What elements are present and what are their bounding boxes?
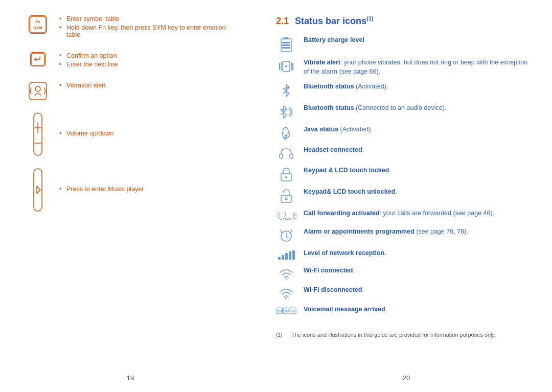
- svg-rect-37: [278, 257, 281, 260]
- wifi-connected-icon: [276, 266, 296, 280]
- sym-item-1: Enter symbol table: [59, 15, 240, 22]
- call-forwarding-icon: [276, 209, 296, 221]
- battery-icon: [276, 36, 296, 52]
- java-item: Java status (Activated).: [276, 125, 532, 140]
- footnote-section: (1) The icons and illustrations in this …: [276, 326, 532, 339]
- network-icon: [276, 249, 296, 260]
- keypad-unlocked-text: Keypad& LCD touch unlocked.: [304, 188, 397, 197]
- bluetooth-activated-icon: [276, 82, 296, 98]
- vibrate-icon: [276, 58, 296, 74]
- sym-key-desc: Enter symbol table Hold down Fn key, the…: [59, 15, 240, 40]
- svg-rect-0: [30, 16, 46, 33]
- sym-key-icon: Fn SYM: [26, 15, 50, 34]
- svg-point-22: [285, 65, 287, 67]
- svg-rect-41: [292, 250, 295, 260]
- svg-line-36: [286, 236, 288, 238]
- svg-point-42: [286, 279, 287, 280]
- sym-item-2: Hold down Fn key, then press SYM key to …: [59, 24, 240, 38]
- bluetooth-activated-item: Bluetooth status (Activated).: [276, 82, 532, 98]
- svg-text:VM: VM: [277, 309, 282, 313]
- svg-rect-14: [282, 42, 290, 43]
- volume-key-icon: [26, 112, 50, 156]
- wifi-disconnected-text: Wi-Fi disconnected.: [304, 286, 364, 295]
- enter-item-2: Enter the next line: [59, 61, 118, 68]
- volume-key-section: Volume up/down: [26, 112, 240, 156]
- section-number: 2.1: [276, 16, 289, 27]
- keypad-locked-icon: [276, 166, 296, 181]
- music-key-desc: Press to enter Music player: [59, 186, 144, 194]
- alarm-icon: [276, 227, 296, 243]
- svg-point-43: [286, 298, 287, 299]
- call-forwarding-text: Call forwarding activated: your calls ar…: [304, 209, 494, 218]
- vibrate-item: Vibrate alert: your phone vibrates, but …: [276, 58, 532, 76]
- alarm-text: Alarm or appointments programmed (see pa…: [304, 227, 468, 237]
- wifi-disconnected-icon: [276, 286, 296, 299]
- java-text: Java status (Activated).: [304, 125, 373, 134]
- sym-key-section: Fn SYM Enter symbol table Hold down Fn k…: [26, 15, 240, 40]
- svg-text:VM: VM: [291, 310, 295, 313]
- network-text: Level of network reception.: [304, 249, 386, 258]
- voicemail-text: Voicemail message arrived.: [304, 305, 387, 314]
- section-title: Status bar icons(1): [295, 15, 374, 27]
- svg-rect-40: [289, 251, 291, 260]
- enter-key-visual: [30, 52, 45, 66]
- svg-rect-29: [281, 195, 291, 202]
- enter-key-desc: Confirm an option Enter the next line: [59, 52, 118, 70]
- svg-text:Fn: Fn: [36, 20, 40, 24]
- wifi-connected-item: Wi-Fi connected.: [276, 266, 532, 280]
- right-column: 2.1 Status bar icons(1) Battery charge l…: [261, 0, 552, 392]
- svg-rect-13: [284, 37, 288, 39]
- keypad-locked-item: Keypad & LCD touch locked.: [276, 166, 532, 181]
- footnote-marker: (1): [276, 331, 282, 339]
- music-key-section: Press to enter Music player: [26, 168, 240, 212]
- svg-rect-6: [34, 113, 42, 155]
- footnote-text: (1) The icons and illustrations in this …: [276, 331, 532, 339]
- music-item-1: Press to enter Music player: [59, 186, 144, 193]
- voicemail-item: VM VM VM Voicemail message arrived.: [276, 305, 532, 315]
- svg-rect-4: [29, 82, 47, 100]
- vibrate-text: Vibrate alert: your phone vibrates, but …: [304, 58, 532, 76]
- svg-point-30: [285, 198, 287, 200]
- headset-item: Headset connected.: [276, 146, 532, 160]
- svg-point-5: [35, 86, 40, 91]
- svg-text:SYM: SYM: [33, 26, 42, 30]
- call-forwarding-item: Call forwarding activated: your calls ar…: [276, 209, 532, 221]
- volume-key-desc: Volume up/down: [59, 130, 113, 139]
- vibration-key-desc: Vibration alert: [59, 82, 106, 90]
- section-superscript: (1): [366, 15, 373, 21]
- svg-rect-38: [282, 255, 284, 260]
- sym-key-visual: Fn SYM: [29, 15, 47, 34]
- svg-point-28: [285, 176, 287, 178]
- keypad-unlocked-item: Keypad& LCD touch unlocked.: [276, 188, 532, 203]
- bluetooth-audio-item: Bluetooth status (Connected to an audio …: [276, 104, 532, 119]
- bluetooth-audio-text: Bluetooth status (Connected to an audio …: [304, 104, 446, 113]
- page: Fn SYM Enter symbol table Hold down Fn k…: [0, 0, 552, 392]
- svg-rect-16: [282, 47, 290, 49]
- music-key-icon: [26, 168, 50, 212]
- left-page-num: 19: [127, 374, 134, 382]
- enter-key-icon: [26, 52, 50, 66]
- section-header: 2.1 Status bar icons(1): [276, 15, 532, 27]
- battery-text: Battery charge level: [304, 36, 364, 45]
- headset-icon: [276, 146, 296, 160]
- svg-rect-25: [280, 154, 283, 158]
- svg-rect-26: [290, 154, 293, 158]
- enter-key-section: Confirm an option Enter the next line: [26, 52, 240, 70]
- keypad-unlocked-icon: [276, 188, 296, 203]
- battery-item: Battery charge level: [276, 36, 532, 52]
- bluetooth-activated-text: Bluetooth status (Activated).: [304, 82, 388, 91]
- vibration-item-1: Vibration alert: [59, 82, 106, 89]
- headset-text: Headset connected.: [304, 146, 364, 155]
- enter-item-1: Confirm an option: [59, 52, 118, 59]
- voicemail-icon: VM VM VM: [276, 305, 296, 315]
- vibration-key-section: Vibration alert: [26, 82, 240, 100]
- svg-rect-39: [285, 253, 288, 260]
- bluetooth-audio-icon: [276, 104, 296, 119]
- keypad-locked-text: Keypad & LCD touch locked.: [304, 166, 391, 175]
- svg-rect-15: [282, 44, 290, 46]
- wifi-disconnected-item: Wi-Fi disconnected.: [276, 286, 532, 299]
- left-column: Fn SYM Enter symbol table Hold down Fn k…: [0, 0, 261, 392]
- wifi-connected-text: Wi-Fi connected.: [304, 266, 355, 275]
- volume-item-1: Volume up/down: [59, 130, 113, 137]
- svg-marker-11: [37, 186, 40, 194]
